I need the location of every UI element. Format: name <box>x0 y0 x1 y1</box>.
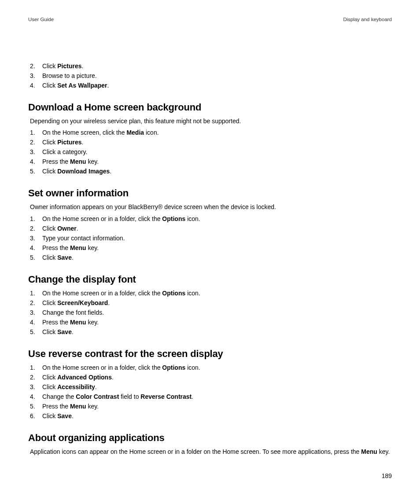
step-text: Click Save. <box>42 412 392 421</box>
step-number: 2. <box>30 224 36 233</box>
step-item: 4.Change the Color Contrast field to Rev… <box>30 392 392 401</box>
step-text: On the Home screen or in a folder, click… <box>42 289 392 298</box>
step-number: 1. <box>30 363 36 372</box>
step-text: Click a category. <box>42 147 392 157</box>
section-steps: 1.On the Home screen, click the Media ic… <box>28 128 392 176</box>
step-number: 5. <box>30 327 36 337</box>
step-number: 5. <box>30 253 36 262</box>
step-text: Press the Menu key. <box>42 402 392 411</box>
section: About organizing applicationsApplication… <box>28 432 392 456</box>
step-item: 2.Click Advanced Options. <box>30 373 392 382</box>
step-text: On the Home screen or in a folder, click… <box>42 214 392 224</box>
step-number: 1. <box>30 289 36 298</box>
step-number: 3. <box>30 308 36 317</box>
step-number: 3. <box>30 234 36 243</box>
step-item: 3.Change the font fields. <box>30 308 392 317</box>
section: Change the display font1.On the Home scr… <box>28 274 392 337</box>
step-item: 2.Click Pictures. <box>30 138 392 147</box>
section-intro: Owner information appears on your BlackB… <box>30 202 392 211</box>
step-number: 4. <box>30 392 36 401</box>
step-text: Click Download Images. <box>42 167 392 176</box>
step-item: 4.Press the Menu key. <box>30 243 392 253</box>
step-text: Click Pictures. <box>42 62 392 71</box>
step-item: 3.Browse to a picture. <box>30 71 392 81</box>
step-text: Type your contact information. <box>42 234 392 243</box>
section: Use reverse contrast for the screen disp… <box>28 348 392 421</box>
step-item: 5.Click Save. <box>30 253 392 262</box>
step-text: On the Home screen, click the Media icon… <box>42 128 392 137</box>
step-item: 5.Press the Menu key. <box>30 402 392 411</box>
step-number: 6. <box>30 412 36 421</box>
section-title: Download a Home screen background <box>28 102 392 113</box>
section-title: Use reverse contrast for the screen disp… <box>28 348 392 360</box>
intro-steps: 2.Click Pictures.3.Browse to a picture.4… <box>28 62 392 90</box>
step-text: On the Home screen or in a folder, click… <box>42 363 392 372</box>
step-text: Click Pictures. <box>42 138 392 147</box>
step-text: Click Advanced Options. <box>42 373 392 382</box>
step-number: 4. <box>30 157 36 166</box>
section-steps: 1.On the Home screen or in a folder, cli… <box>28 363 392 421</box>
step-text: Click Save. <box>42 253 392 262</box>
step-item: 4.Press the Menu key. <box>30 318 392 327</box>
step-item: 3.Click a category. <box>30 147 392 157</box>
step-number: 3. <box>30 383 36 392</box>
step-item: 5.Click Save. <box>30 327 392 337</box>
step-number: 1. <box>30 214 36 224</box>
step-item: 1.On the Home screen or in a folder, cli… <box>30 289 392 298</box>
step-number: 2. <box>30 373 36 382</box>
step-text: Press the Menu key. <box>42 318 392 327</box>
step-item: 3.Type your contact information. <box>30 234 392 243</box>
step-item: 1.On the Home screen or in a folder, cli… <box>30 363 392 372</box>
step-item: 2.Click Screen/Keyboard. <box>30 298 392 308</box>
step-number: 4. <box>30 318 36 327</box>
step-number: 3. <box>30 147 36 157</box>
step-item: 4.Click Set As Wallpaper. <box>30 81 392 90</box>
step-number: 2. <box>30 298 36 308</box>
step-item: 4.Press the Menu key. <box>30 157 392 166</box>
step-item: 1.On the Home screen or in a folder, cli… <box>30 214 392 224</box>
section-intro: Depending on your wireless service plan,… <box>30 117 392 125</box>
step-item: 5.Click Download Images. <box>30 167 392 176</box>
section-title: About organizing applications <box>28 432 392 444</box>
step-item: 1.On the Home screen, click the Media ic… <box>30 128 392 137</box>
section-steps: 1.On the Home screen or in a folder, cli… <box>28 214 392 262</box>
section: Set owner informationOwner information a… <box>28 188 392 262</box>
step-number: 2. <box>30 138 36 147</box>
header-right: Display and keyboard <box>343 17 392 22</box>
step-text: Browse to a picture. <box>42 71 392 81</box>
page-body: 2.Click Pictures.3.Browse to a picture.4… <box>28 62 392 456</box>
section-intro: Application icons can appear on the Home… <box>30 447 392 456</box>
step-item: 3.Click Accessibility. <box>30 383 392 392</box>
intro-steps-section: 2.Click Pictures.3.Browse to a picture.4… <box>28 62 392 90</box>
step-text: Click Screen/Keyboard. <box>42 298 392 308</box>
step-text: Press the Menu key. <box>42 243 392 253</box>
step-number: 4. <box>30 243 36 253</box>
step-item: 2.Click Owner. <box>30 224 392 233</box>
step-text: Change the Color Contrast field to Rever… <box>42 392 392 401</box>
page-number: 189 <box>382 472 392 479</box>
section-steps: 1.On the Home screen or in a folder, cli… <box>28 289 392 337</box>
page-header: User Guide Display and keyboard <box>28 17 392 22</box>
step-number: 1. <box>30 128 36 137</box>
step-text: Press the Menu key. <box>42 157 392 166</box>
step-number: 3. <box>30 71 36 81</box>
step-text: Click Save. <box>42 327 392 337</box>
step-text: Click Accessibility. <box>42 383 392 392</box>
step-number: 4. <box>30 81 36 90</box>
step-item: 6.Click Save. <box>30 412 392 421</box>
section-title: Set owner information <box>28 188 392 199</box>
section: Download a Home screen backgroundDependi… <box>28 102 392 176</box>
step-number: 5. <box>30 167 36 176</box>
step-number: 2. <box>30 62 36 71</box>
step-text: Click Owner. <box>42 224 392 233</box>
step-number: 5. <box>30 402 36 411</box>
step-item: 2.Click Pictures. <box>30 62 392 71</box>
step-text: Click Set As Wallpaper. <box>42 81 392 90</box>
section-title: Change the display font <box>28 274 392 285</box>
header-left: User Guide <box>28 17 54 22</box>
step-text: Change the font fields. <box>42 308 392 317</box>
